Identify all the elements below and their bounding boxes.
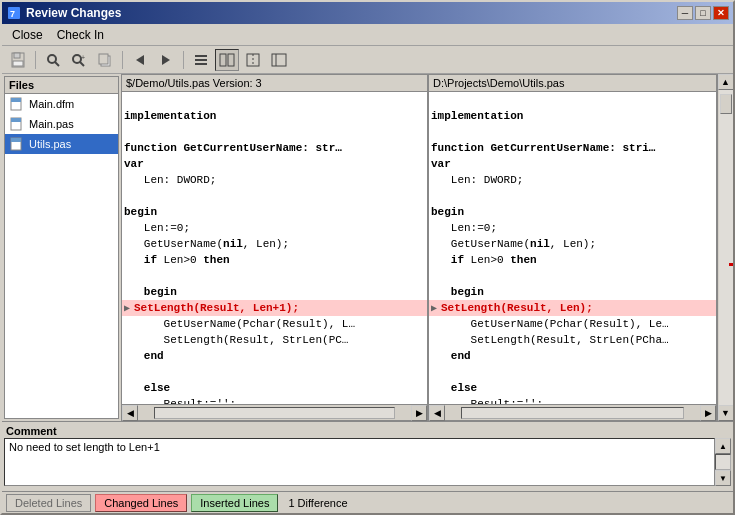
vscroll-up[interactable]: ▲: [718, 74, 734, 90]
prev-button[interactable]: [128, 49, 152, 71]
svg-rect-21: [272, 54, 286, 66]
code-line: Len:=0;: [429, 220, 716, 236]
right-panel-with-scroll: D:\Projects\Demo\Utils.pas implementatio…: [428, 74, 733, 421]
comment-textarea[interactable]: [4, 438, 715, 486]
code-line: GetUserName(Pchar(Result), Le…: [429, 316, 716, 332]
left-scroll-left[interactable]: ◀: [122, 405, 138, 421]
changed-lines-badge[interactable]: Changed Lines: [95, 494, 187, 512]
code-line: if Len>0 then: [429, 252, 716, 268]
window-frame: 7 Review Changes ─ □ ✕ Close Check In: [0, 0, 735, 515]
left-scroll-right[interactable]: ▶: [411, 405, 427, 421]
code-line: end: [122, 348, 427, 364]
file-icon-dfm: [9, 96, 25, 112]
svg-marker-13: [162, 55, 170, 65]
svg-line-8: [80, 62, 84, 66]
right-panel-header: D:\Projects\Demo\Utils.pas: [429, 75, 716, 92]
file-icon-pas2: [9, 136, 25, 152]
comment-scroll-up[interactable]: ▲: [715, 438, 731, 454]
left-scroll-track[interactable]: [154, 407, 395, 419]
code-line: else: [122, 380, 427, 396]
left-hscroll[interactable]: ◀ ▶: [122, 404, 427, 420]
right-scroll-right[interactable]: ▶: [700, 405, 716, 421]
svg-text:+: +: [81, 54, 85, 61]
files-header: Files: [5, 77, 118, 94]
vscroll-track[interactable]: [719, 90, 733, 405]
svg-rect-14: [195, 55, 207, 57]
svg-rect-16: [195, 63, 207, 65]
svg-rect-26: [11, 118, 21, 122]
svg-text:7: 7: [10, 9, 15, 19]
code-line: [429, 268, 716, 284]
code-line: [122, 124, 427, 140]
left-code-scrollable[interactable]: implementation function GetCurrentUserNa…: [122, 92, 427, 404]
code-line: [122, 268, 427, 284]
deleted-lines-badge[interactable]: Deleted Lines: [6, 494, 91, 512]
main-layout: Close Check In: [2, 24, 733, 513]
options-button[interactable]: [267, 49, 291, 71]
close-button[interactable]: ✕: [713, 6, 729, 20]
comment-header: Comment: [4, 424, 731, 438]
code-line: [429, 92, 716, 108]
find-next-button[interactable]: +: [67, 49, 91, 71]
comment-vscroll: ▲ ▼: [715, 438, 731, 486]
right-code-scrollable[interactable]: implementation function GetCurrentUserNa…: [429, 92, 716, 404]
code-line-changed-right: ▶SetLength(Result, Len);: [429, 300, 716, 316]
find-button[interactable]: [41, 49, 65, 71]
svg-marker-12: [136, 55, 144, 65]
code-line: GetUserName(nil, Len);: [429, 236, 716, 252]
toolbar-sep-1: [35, 51, 36, 69]
code-line: function GetCurrentUserName: stri…: [429, 140, 716, 156]
file-item-utils-pas[interactable]: Utils.pas: [5, 134, 118, 154]
code-line: begin: [429, 204, 716, 220]
menu-check-in[interactable]: Check In: [51, 26, 110, 44]
right-vscroll[interactable]: ▲ ▼: [717, 74, 733, 421]
code-line: Len: DWORD;: [429, 172, 716, 188]
code-line: Len:=0;: [122, 220, 427, 236]
right-scroll-track[interactable]: [461, 407, 684, 419]
comment-scroll-down[interactable]: ▼: [715, 470, 731, 486]
menu-bar: Close Check In: [2, 24, 733, 46]
list-view-button[interactable]: [189, 49, 213, 71]
inserted-lines-badge[interactable]: Inserted Lines: [191, 494, 278, 512]
svg-line-6: [55, 62, 59, 66]
maximize-button[interactable]: □: [695, 6, 711, 20]
svg-point-5: [48, 55, 56, 63]
code-line: begin: [122, 284, 427, 300]
file-item-main-pas[interactable]: Main.pas: [5, 114, 118, 134]
toolbar-sep-3: [183, 51, 184, 69]
comment-scroll-track[interactable]: [715, 454, 731, 470]
copy-button[interactable]: [93, 49, 117, 71]
code-line: Len: DWORD;: [122, 172, 427, 188]
svg-rect-3: [14, 53, 20, 58]
code-line: [122, 364, 427, 380]
content-area: Files Main.dfm: [2, 74, 733, 421]
menu-close[interactable]: Close: [6, 26, 49, 44]
file-name-main-pas: Main.pas: [29, 118, 74, 130]
svg-rect-28: [11, 138, 21, 142]
save-button[interactable]: [6, 49, 30, 71]
diff-count: 1 Difference: [282, 496, 353, 510]
vscroll-thumb[interactable]: [720, 94, 732, 114]
svg-point-7: [73, 55, 81, 63]
unified-view-button[interactable]: [241, 49, 265, 71]
code-line: SetLength(Result, StrLen(PCha…: [429, 332, 716, 348]
file-item-main-dfm[interactable]: Main.dfm: [5, 94, 118, 114]
right-code-area[interactable]: implementation function GetCurrentUserNa…: [429, 92, 716, 404]
right-hscroll[interactable]: ◀ ▶: [429, 404, 716, 420]
right-scroll-left[interactable]: ◀: [429, 405, 445, 421]
split-view-button[interactable]: [215, 49, 239, 71]
left-code-area[interactable]: implementation function GetCurrentUserNa…: [122, 92, 427, 404]
code-line: var: [429, 156, 716, 172]
file-name-utils-pas: Utils.pas: [29, 138, 71, 150]
next-button[interactable]: [154, 49, 178, 71]
code-line: [429, 188, 716, 204]
minimize-button[interactable]: ─: [677, 6, 693, 20]
code-line: implementation: [429, 108, 716, 124]
file-name-dfm: Main.dfm: [29, 98, 74, 110]
window-title: Review Changes: [26, 6, 677, 20]
svg-rect-17: [220, 54, 226, 66]
code-line: begin: [429, 284, 716, 300]
right-code-panel: D:\Projects\Demo\Utils.pas implementatio…: [428, 74, 717, 421]
app-icon: 7: [6, 5, 22, 21]
vscroll-down[interactable]: ▼: [718, 405, 734, 421]
